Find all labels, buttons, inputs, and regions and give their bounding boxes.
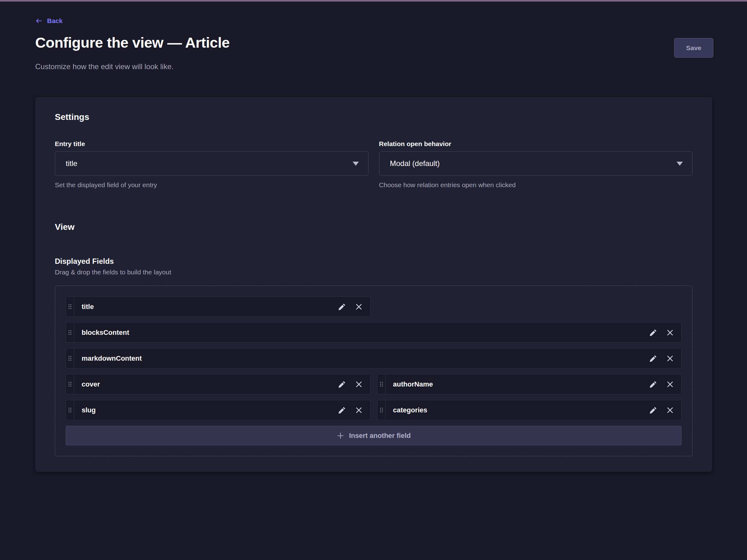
drag-dots-icon[interactable] (66, 348, 74, 368)
field-actions (646, 352, 677, 365)
empty-slot (377, 296, 682, 317)
cross-icon (355, 406, 363, 414)
field-chip-blocksContent[interactable]: blocksContent (66, 322, 681, 343)
entry-title-group: Entry title title Set the displayed fiel… (55, 140, 368, 189)
entry-title-hint: Set the displayed field of your entry (55, 181, 368, 189)
section-divider (55, 205, 693, 205)
displayed-fields-title: Displayed Fields (55, 257, 693, 266)
settings-heading: Settings (55, 112, 693, 122)
remove-field-button[interactable] (663, 352, 677, 365)
remove-field-button[interactable] (352, 300, 366, 314)
fields-row: blocksContent (66, 322, 681, 343)
insert-field-button[interactable]: Insert another field (66, 426, 681, 445)
cross-icon (666, 328, 674, 337)
settings-card: Settings Entry title title Set the displ… (35, 97, 712, 472)
relation-behavior-group: Relation open behavior Modal (default) C… (379, 140, 693, 189)
field-label: markdownContent (82, 354, 646, 363)
pencil-icon (338, 380, 346, 389)
entry-title-value: title (66, 159, 77, 168)
drag-dots-icon[interactable] (66, 374, 74, 394)
page-subtitle: Customize how the edit view will look li… (35, 62, 712, 71)
edit-field-button[interactable] (646, 377, 660, 391)
configure-view-page: Back Configure the view — Article Custom… (0, 2, 747, 472)
drag-dots-icon[interactable] (378, 374, 386, 394)
edit-field-button[interactable] (335, 377, 349, 391)
page-title: Configure the view — Article (35, 34, 712, 51)
fields-drop-zone: titleblocksContentmarkdownContentcoverau… (55, 286, 693, 456)
caret-down-icon (677, 162, 683, 166)
field-actions (335, 300, 366, 314)
remove-field-button[interactable] (352, 403, 366, 417)
view-heading: View (55, 222, 693, 232)
cross-icon (666, 406, 674, 414)
cross-icon (355, 303, 363, 311)
insert-field-label: Insert another field (349, 432, 411, 440)
relation-behavior-hint: Choose how relation entries open when cl… (379, 181, 693, 189)
save-button[interactable]: Save (674, 38, 713, 58)
edit-field-button[interactable] (335, 403, 349, 417)
pencil-icon (338, 406, 346, 414)
field-chip-title[interactable]: title (66, 296, 370, 317)
cross-icon (666, 354, 674, 363)
caret-down-icon (353, 162, 359, 166)
field-actions (646, 326, 677, 340)
field-actions (646, 377, 677, 391)
field-label: cover (82, 380, 335, 389)
field-chip-slug[interactable]: slug (66, 400, 370, 420)
field-actions (646, 403, 677, 417)
field-chip-categories[interactable]: categories (377, 400, 682, 420)
drag-dots-icon[interactable] (378, 400, 386, 420)
fields-row: coverauthorName (66, 374, 681, 394)
edit-field-button[interactable] (646, 352, 660, 365)
remove-field-button[interactable] (663, 377, 677, 391)
drag-dots-icon[interactable] (66, 400, 74, 420)
pencil-icon (649, 380, 657, 389)
pencil-icon (649, 354, 657, 363)
relation-behavior-select[interactable]: Modal (default) (379, 151, 693, 176)
arrow-left-icon (35, 17, 43, 25)
field-actions (335, 403, 366, 417)
field-label: blocksContent (82, 328, 646, 337)
field-chip-markdownContent[interactable]: markdownContent (66, 348, 681, 369)
pencil-icon (338, 303, 346, 311)
displayed-fields-subtitle: Drag & drop the fields to build the layo… (55, 268, 693, 276)
entry-title-label: Entry title (55, 140, 368, 148)
plus-icon (336, 432, 344, 440)
edit-field-button[interactable] (646, 403, 660, 417)
remove-field-button[interactable] (352, 377, 366, 391)
settings-form: Entry title title Set the displayed fiel… (55, 140, 693, 189)
relation-behavior-value: Modal (default) (390, 159, 440, 168)
field-label: categories (393, 406, 647, 414)
edit-field-button[interactable] (646, 326, 660, 340)
relation-behavior-label: Relation open behavior (379, 140, 693, 148)
drag-dots-icon[interactable] (66, 323, 74, 342)
cross-icon (355, 380, 363, 389)
back-link[interactable]: Back (35, 17, 62, 25)
pencil-icon (649, 328, 657, 337)
fields-row: markdownContent (66, 348, 681, 369)
field-label: slug (82, 406, 335, 414)
back-label: Back (47, 17, 62, 25)
edit-field-button[interactable] (335, 300, 349, 314)
cross-icon (666, 380, 674, 389)
drag-dots-icon[interactable] (66, 297, 74, 316)
field-actions (335, 377, 366, 391)
fields-grid: titleblocksContentmarkdownContentcoverau… (66, 296, 681, 420)
entry-title-select[interactable]: title (55, 151, 368, 176)
remove-field-button[interactable] (663, 403, 677, 417)
field-label: title (82, 303, 335, 311)
fields-row: title (66, 296, 681, 317)
field-chip-cover[interactable]: cover (66, 374, 370, 394)
remove-field-button[interactable] (663, 326, 677, 340)
field-chip-authorName[interactable]: authorName (377, 374, 682, 394)
pencil-icon (649, 406, 657, 414)
field-label: authorName (393, 380, 647, 389)
fields-row: slugcategories (66, 400, 681, 420)
